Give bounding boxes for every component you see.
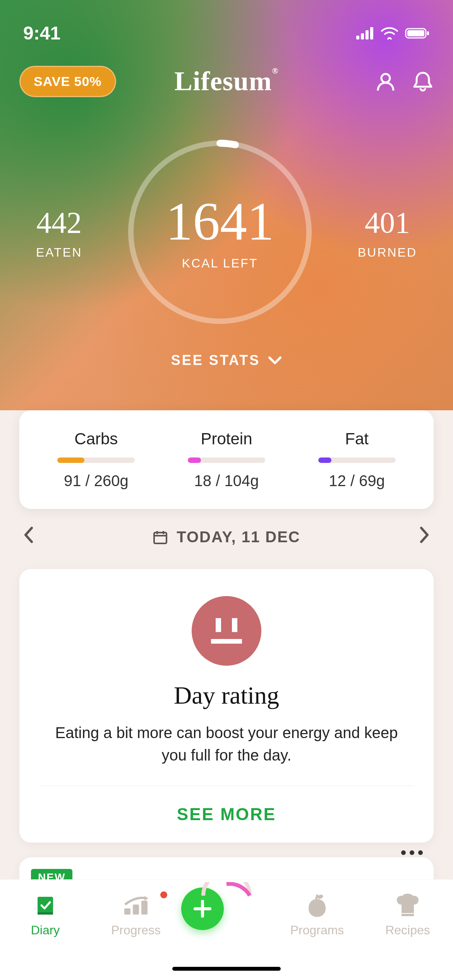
svg-rect-1 [361, 33, 364, 39]
top-icons [375, 70, 434, 92]
burned-value: 401 [358, 205, 417, 240]
tab-progress-label: Progress [91, 923, 181, 937]
apple-icon [306, 893, 328, 918]
see-stats-label: SEE STATS [171, 352, 261, 368]
tab-recipes-label: Recipes [362, 923, 453, 937]
date-navigator: TODAY, 11 DEC [19, 519, 434, 555]
svg-rect-15 [124, 908, 130, 915]
status-time: 9:41 [23, 22, 60, 44]
tab-diary[interactable]: Diary [0, 891, 91, 937]
progress-icon [122, 894, 150, 916]
svg-rect-9 [154, 533, 166, 543]
notifications-button[interactable] [412, 70, 434, 92]
diary-icon [34, 894, 57, 917]
day-rating-card: Day rating Eating a bit more can boost y… [19, 569, 434, 843]
macro-value: 12 / 69g [292, 472, 421, 490]
more-menu-icon[interactable] [401, 850, 423, 855]
app-logo-text: Lifesum [174, 66, 272, 96]
svg-rect-22 [402, 914, 414, 916]
macro-bar [57, 457, 135, 463]
calories-ring[interactable]: 1641 KCAL LEFT [123, 135, 317, 329]
svg-rect-3 [370, 27, 373, 39]
neutral-face-icon [192, 596, 261, 666]
day-rating-text: Eating a bit more can boost your energy … [39, 721, 414, 786]
svg-point-7 [381, 74, 390, 82]
macro-carbs: Carbs91 / 260g [32, 430, 161, 490]
home-indicator[interactable] [172, 967, 281, 971]
hero-section: 9:41 SAVE 50% Lifesum® 442 [0, 0, 453, 410]
chevron-right-icon [419, 526, 430, 543]
tab-bar: Diary Progress Programs Recipes [0, 879, 453, 980]
chevron-down-icon [268, 356, 282, 365]
registered-mark: ® [272, 66, 278, 75]
chef-hat-icon [396, 894, 419, 917]
macros-card[interactable]: Carbs91 / 260gProtein18 / 104gFat12 / 69… [19, 410, 434, 509]
svg-rect-5 [407, 30, 424, 36]
add-button[interactable] [181, 891, 272, 930]
macro-bar [318, 457, 396, 463]
macro-fat: Fat12 / 69g [292, 430, 421, 490]
profile-button[interactable] [375, 70, 396, 92]
next-day-button[interactable] [419, 526, 430, 548]
burned-stat: 401 BURNED [358, 205, 417, 260]
calendar-icon [153, 529, 168, 545]
fab-arc-icon [201, 882, 252, 898]
cellular-icon [356, 22, 374, 44]
status-indicators [356, 22, 430, 44]
svg-rect-13 [38, 897, 53, 914]
svg-rect-17 [141, 901, 148, 915]
save-offer-button[interactable]: SAVE 50% [19, 66, 116, 97]
day-rating-title: Day rating [39, 681, 414, 710]
date-label: TODAY, 11 DEC [177, 528, 300, 546]
macro-bar [188, 457, 265, 463]
svg-rect-16 [133, 905, 139, 915]
date-picker-button[interactable]: TODAY, 11 DEC [153, 528, 300, 546]
macro-value: 91 / 260g [32, 472, 161, 490]
tab-progress[interactable]: Progress [91, 891, 181, 937]
tab-programs-label: Programs [272, 923, 362, 937]
macro-name: Protein [162, 430, 291, 448]
tab-recipes[interactable]: Recipes [362, 891, 453, 937]
see-more-button[interactable]: SEE MORE [39, 786, 414, 843]
svg-rect-14 [38, 912, 53, 915]
chevron-left-icon [23, 526, 34, 543]
eaten-value: 442 [36, 205, 82, 240]
svg-rect-2 [365, 30, 369, 39]
app-logo: Lifesum® [174, 66, 278, 97]
wifi-icon [381, 22, 398, 44]
burned-label: BURNED [358, 245, 417, 260]
svg-rect-6 [427, 31, 429, 35]
top-bar: SAVE 50% Lifesum® [0, 50, 453, 105]
prev-day-button[interactable] [23, 526, 34, 548]
plus-icon [192, 898, 213, 919]
eaten-stat: 442 EATEN [36, 205, 82, 260]
svg-rect-21 [402, 905, 414, 913]
battery-icon [405, 22, 430, 44]
macro-protein: Protein18 / 104g [162, 430, 291, 490]
status-bar: 9:41 [0, 0, 453, 50]
ring-icon [123, 135, 317, 329]
svg-point-8 [131, 143, 309, 321]
notification-dot-icon [160, 891, 167, 898]
eaten-label: EATEN [36, 245, 82, 260]
bell-icon [413, 70, 433, 92]
macro-name: Fat [292, 430, 421, 448]
see-stats-button[interactable]: SEE STATS [0, 352, 453, 368]
macro-name: Carbs [32, 430, 161, 448]
svg-rect-0 [356, 36, 359, 39]
tab-programs[interactable]: Programs [272, 891, 362, 937]
macro-value: 18 / 104g [162, 472, 291, 490]
calorie-summary: 442 EATEN 1641 KCAL LEFT 401 BURNED [0, 135, 453, 329]
tab-diary-label: Diary [0, 923, 91, 937]
profile-icon [376, 71, 396, 91]
